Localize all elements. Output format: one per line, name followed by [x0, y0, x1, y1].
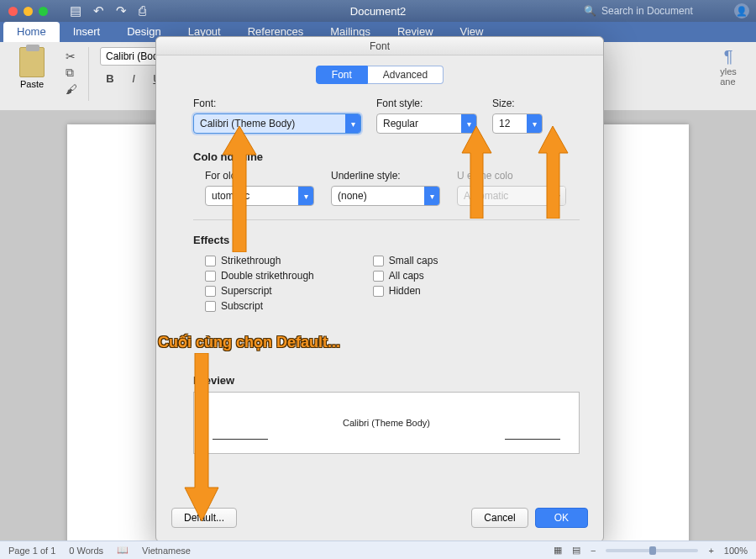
font-style-value: Regular: [377, 118, 461, 129]
bold-button[interactable]: B: [100, 69, 120, 87]
color-underline-heading: Colo nderline: [193, 150, 580, 163]
effect-subscript[interactable]: Subscript: [205, 300, 314, 312]
checkbox-icon: [373, 256, 384, 266]
font-select[interactable]: Calibri (Theme Body) ▾: [193, 113, 361, 134]
checkbox-icon: [205, 271, 216, 282]
preview-text: Calibri (Theme Body): [343, 418, 430, 428]
paste-group: Paste: [8, 47, 55, 89]
italic-button[interactable]: I: [123, 69, 144, 87]
font-style-label: Font style:: [376, 98, 477, 109]
zoom-slider[interactable]: [606, 549, 698, 552]
format-painter-icon[interactable]: 🖌: [66, 82, 77, 96]
styles-pane-button[interactable]: ¶ yles ane: [706, 47, 751, 87]
ok-button[interactable]: OK: [535, 508, 588, 528]
save-icon[interactable]: ▤: [70, 3, 81, 18]
zoom-window-icon[interactable]: [39, 7, 48, 16]
chevron-down-icon: ▾: [550, 187, 565, 205]
print-icon[interactable]: ⎙: [139, 3, 146, 18]
redo-icon[interactable]: ↷: [116, 3, 127, 18]
styles-pane-label: yles ane: [720, 66, 737, 87]
clipboard-icon[interactable]: [19, 47, 45, 77]
size-select[interactable]: 12 ▾: [492, 113, 543, 134]
close-window-icon[interactable]: [8, 7, 18, 16]
preview-heading: Preview: [193, 374, 580, 387]
copy-icon[interactable]: ⧉: [66, 66, 77, 80]
effect-strikethrough[interactable]: Strikethrough: [205, 255, 314, 266]
font-select-value: Calibri (Theme Body): [194, 118, 345, 129]
preview-rule: [213, 439, 268, 440]
font-color-label: For olor:: [205, 170, 314, 182]
default-button[interactable]: Default...: [171, 508, 237, 528]
checkbox-icon: [205, 256, 216, 266]
chevron-down-icon: ▾: [424, 187, 439, 205]
checkbox-icon: [373, 286, 384, 297]
font-style-select[interactable]: Regular ▾: [376, 113, 477, 134]
dialog-tab-advanced[interactable]: Advanced: [368, 66, 444, 84]
user-avatar-icon[interactable]: 👤: [734, 3, 749, 18]
dialog-footer: Default... Cancel OK: [156, 498, 603, 541]
font-color-select[interactable]: utomatic ▾: [205, 186, 314, 206]
underline-color-label: U erline colo: [457, 170, 566, 182]
effect-superscript[interactable]: Superscript: [205, 285, 314, 297]
cancel-button[interactable]: Cancel: [471, 508, 528, 528]
preview-rule: [505, 439, 560, 440]
separator: [88, 47, 89, 101]
window-controls: [0, 7, 48, 16]
pilcrow-icon: ¶: [724, 47, 733, 66]
language-indicator[interactable]: Vietnamese: [142, 546, 191, 556]
checkbox-icon: [373, 271, 384, 282]
tab-insert[interactable]: Insert: [60, 22, 114, 42]
preview-box: Calibri (Theme Body): [193, 392, 580, 454]
underline-style-value: (none): [332, 190, 424, 202]
underline-style-label: Underline style:: [331, 170, 440, 182]
page-indicator[interactable]: Page 1 of 1: [8, 546, 55, 556]
paste-label[interactable]: Paste: [20, 79, 44, 89]
word-count[interactable]: 0 Words: [69, 546, 103, 556]
zoom-in-icon[interactable]: +: [708, 546, 713, 556]
spellcheck-icon[interactable]: 📖: [117, 545, 129, 556]
chevron-down-icon: ▾: [527, 114, 542, 133]
zoom-out-icon[interactable]: −: [591, 546, 596, 556]
divider: [193, 219, 580, 220]
chevron-down-icon: ▾: [461, 114, 476, 133]
cut-icon[interactable]: ✂: [66, 50, 77, 63]
underline-style-select[interactable]: (none) ▾: [331, 186, 440, 206]
effects-heading: Effects: [193, 234, 580, 246]
effect-hidden[interactable]: Hidden: [373, 285, 438, 297]
underline-color-select: Automatic ▾: [457, 186, 566, 206]
effect-small-caps[interactable]: Small caps: [373, 255, 438, 266]
view-web-layout-icon[interactable]: ▤: [572, 545, 580, 556]
status-bar: Page 1 of 1 0 Words 📖 Vietnamese ▦ ▤ − +…: [0, 541, 756, 559]
font-dialog: Font Font Advanced Font: Calibri (Theme …: [155, 36, 604, 542]
effect-double-strikethrough[interactable]: Double strikethrough: [205, 270, 314, 282]
effects-group: Strikethrough Double strikethrough Super…: [193, 255, 580, 315]
size-label: Size:: [492, 98, 543, 109]
size-value: 12: [493, 118, 527, 129]
chevron-down-icon: ▾: [345, 114, 360, 133]
dialog-tabs: Font Advanced: [156, 66, 603, 84]
tab-home[interactable]: Home: [3, 22, 60, 42]
minimize-window-icon[interactable]: [24, 7, 33, 16]
search-box[interactable]: 🔍: [577, 3, 726, 18]
undo-icon[interactable]: ↶: [93, 3, 104, 18]
search-input[interactable]: [601, 5, 719, 17]
font-color-value: utomatic: [206, 190, 298, 202]
chevron-down-icon: ▾: [298, 187, 313, 205]
checkbox-icon: [205, 301, 216, 312]
underline-color-value: Automatic: [458, 190, 550, 202]
dialog-title: Font: [156, 37, 603, 55]
quick-access-toolbar: ▤ ↶ ↷ ⎙: [70, 3, 146, 18]
search-icon: 🔍: [584, 5, 596, 17]
dialog-body: Font: Calibri (Theme Body) ▾ Font style:…: [156, 84, 603, 498]
clipboard-minor: ✂ ⧉ 🖌: [64, 47, 77, 96]
font-field-label: Font:: [193, 98, 361, 109]
document-title: Document2: [350, 5, 406, 18]
view-print-layout-icon[interactable]: ▦: [554, 545, 562, 556]
title-bar: ▤ ↶ ↷ ⎙ Document2 🔍 👤: [0, 0, 756, 22]
zoom-level[interactable]: 100%: [724, 546, 748, 556]
checkbox-icon: [205, 286, 216, 297]
dialog-tab-font[interactable]: Font: [316, 66, 368, 84]
effect-all-caps[interactable]: All caps: [373, 270, 438, 282]
